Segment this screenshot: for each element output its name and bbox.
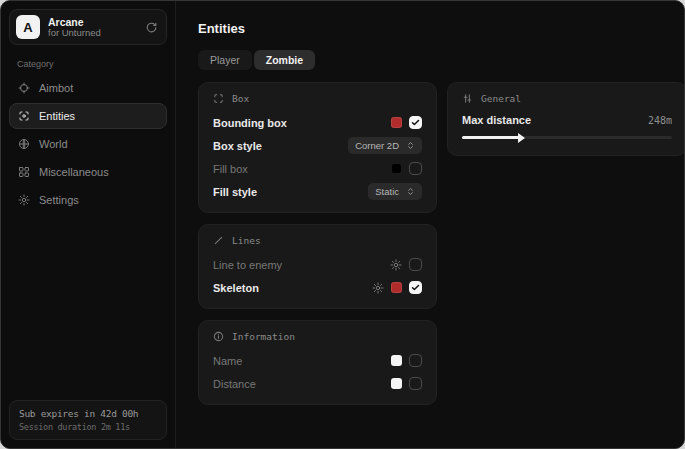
setting-row-skeleton: Skeleton	[213, 279, 422, 296]
lines-panel: Lines Line to enemy	[198, 224, 437, 309]
brand-card: A Arcane for Unturned	[9, 9, 167, 45]
setting-row-box-style: Box style Corner 2D	[213, 137, 422, 154]
panel-title: Lines	[232, 235, 261, 246]
checkbox-unchecked[interactable]	[409, 354, 422, 367]
logo-letter: A	[23, 20, 32, 35]
info-icon	[213, 331, 224, 342]
row-gear-icon[interactable]	[390, 259, 402, 271]
setting-row-distance: Distance	[213, 375, 422, 392]
sidebar-nav: Aimbot Entities World	[9, 75, 167, 213]
checkbox-unchecked[interactable]	[409, 162, 422, 175]
brand-title: Arcane	[48, 16, 137, 28]
category-label: Category	[17, 59, 167, 69]
fill-style-dropdown[interactable]: Static	[368, 183, 422, 200]
setting-label: Distance	[213, 378, 256, 390]
color-swatch[interactable]	[391, 163, 402, 174]
sync-icon[interactable]	[145, 21, 158, 34]
arcane-logo: A	[16, 15, 40, 39]
checkbox-checked[interactable]	[409, 116, 422, 129]
setting-row-bounding-box: Bounding box	[213, 114, 422, 131]
setting-row-fill-style: Fill style Static	[213, 183, 422, 200]
setting-label: Max distance	[462, 114, 531, 126]
brand-subtitle: for Unturned	[48, 28, 137, 39]
color-swatch[interactable]	[391, 117, 402, 128]
setting-label: Fill box	[213, 163, 248, 175]
arcane-window: A Arcane for Unturned Category Aimbo	[0, 0, 685, 449]
page-title: Entities	[198, 21, 685, 36]
panel-title: General	[481, 93, 521, 104]
slider-thumb[interactable]	[518, 133, 525, 143]
setting-label: Bounding box	[213, 117, 287, 129]
unfold-icon	[406, 187, 415, 196]
setting-row-line-to-enemy: Line to enemy	[213, 256, 422, 273]
subscription-card: Sub expires in 42d 00h Session duration …	[9, 400, 167, 440]
information-panel: Information Name Distance	[198, 320, 437, 405]
max-distance-value: 248m	[648, 115, 672, 126]
unfold-icon	[406, 141, 415, 150]
sidebar: A Arcane for Unturned Category Aimbo	[1, 1, 176, 448]
max-distance-row: Max distance 248m	[462, 114, 672, 126]
box-style-dropdown[interactable]: Corner 2D	[348, 137, 422, 154]
sidebar-item-label: Settings	[39, 194, 79, 206]
setting-label: Fill style	[213, 186, 257, 198]
max-distance-slider[interactable]	[462, 136, 672, 139]
checkbox-unchecked[interactable]	[409, 377, 422, 390]
dropdown-value: Static	[375, 186, 399, 197]
crosshair-icon	[18, 82, 30, 94]
checkbox-checked[interactable]	[409, 281, 422, 294]
setting-label: Box style	[213, 140, 262, 152]
row-gear-icon[interactable]	[372, 282, 384, 294]
gear-icon	[18, 194, 30, 206]
sidebar-item-label: Entities	[39, 110, 75, 122]
sidebar-item-label: Aimbot	[39, 82, 73, 94]
check-icon	[411, 283, 420, 292]
sub-expiry-text: Sub expires in 42d 00h	[19, 408, 157, 419]
dropdown-value: Corner 2D	[355, 140, 399, 151]
checkbox-unchecked[interactable]	[409, 258, 422, 271]
scan-corners-icon	[213, 93, 224, 104]
sidebar-item-miscellaneous[interactable]: Miscellaneous	[9, 159, 167, 185]
session-duration-text: Session duration 2m 11s	[19, 422, 157, 432]
line-icon	[213, 235, 224, 246]
tab-zombie[interactable]: Zombie	[254, 50, 315, 70]
main-content: Entities Player Zombie Box	[176, 1, 685, 448]
check-icon	[411, 118, 420, 127]
sidebar-item-settings[interactable]: Settings	[9, 187, 167, 213]
sidebar-item-label: World	[39, 138, 68, 150]
sidebar-item-aimbot[interactable]: Aimbot	[9, 75, 167, 101]
color-swatch[interactable]	[391, 282, 402, 293]
panel-title: Information	[232, 331, 295, 342]
scan-box-icon	[18, 110, 30, 122]
tab-player[interactable]: Player	[198, 50, 252, 70]
color-swatch[interactable]	[391, 378, 402, 389]
color-swatch[interactable]	[391, 355, 402, 366]
sliders-icon	[462, 93, 473, 104]
sidebar-item-world[interactable]: World	[9, 131, 167, 157]
grid-icon	[18, 166, 30, 178]
panel-title: Box	[232, 93, 249, 104]
setting-row-name: Name	[213, 352, 422, 369]
slider-fill	[462, 136, 519, 139]
globe-icon	[18, 138, 30, 150]
setting-label: Name	[213, 355, 242, 367]
box-panel: Box Bounding box Box style	[198, 82, 437, 213]
entity-tabs: Player Zombie	[198, 50, 685, 70]
setting-label: Skeleton	[213, 282, 259, 294]
setting-label: Line to enemy	[213, 259, 282, 271]
setting-row-fill-box: Fill box	[213, 160, 422, 177]
general-panel: General Max distance 248m	[447, 82, 685, 156]
sidebar-item-label: Miscellaneous	[39, 166, 109, 178]
sidebar-item-entities[interactable]: Entities	[9, 103, 167, 129]
